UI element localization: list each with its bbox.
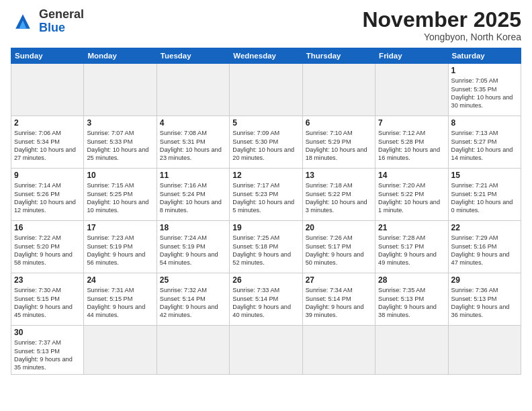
day-info: Sunrise: 7:14 AM Sunset: 5:26 PM Dayligh… — [14, 181, 81, 215]
table-row: 9Sunrise: 7:14 AM Sunset: 5:26 PM Daylig… — [11, 169, 84, 221]
day-info: Sunrise: 7:17 AM Sunset: 5:23 PM Dayligh… — [232, 181, 299, 215]
header-thursday: Thursday — [302, 48, 375, 64]
day-info: Sunrise: 7:08 AM Sunset: 5:31 PM Dayligh… — [160, 129, 226, 163]
day-info: Sunrise: 7:10 AM Sunset: 5:29 PM Dayligh… — [306, 129, 372, 163]
calendar-row: 23Sunrise: 7:30 AM Sunset: 5:15 PM Dayli… — [11, 273, 521, 326]
table-row: 14Sunrise: 7:20 AM Sunset: 5:22 PM Dayli… — [375, 169, 448, 221]
day-number: 3 — [87, 118, 153, 128]
table-row: 6Sunrise: 7:10 AM Sunset: 5:29 PM Daylig… — [302, 116, 375, 169]
table-row: 10Sunrise: 7:15 AM Sunset: 5:25 PM Dayli… — [84, 169, 157, 221]
weekday-header-row: Sunday Monday Tuesday Wednesday Thursday… — [11, 48, 521, 64]
table-row: 12Sunrise: 7:17 AM Sunset: 5:23 PM Dayli… — [230, 169, 302, 221]
table-row — [84, 64, 157, 116]
day-number: 8 — [451, 118, 518, 128]
day-info: Sunrise: 7:32 AM Sunset: 5:14 PM Dayligh… — [160, 286, 226, 320]
table-row: 11Sunrise: 7:16 AM Sunset: 5:24 PM Dayli… — [157, 169, 229, 221]
day-number: 29 — [451, 275, 518, 285]
table-row: 29Sunrise: 7:36 AM Sunset: 5:13 PM Dayli… — [448, 273, 521, 326]
day-number: 15 — [451, 171, 518, 180]
calendar-row: 1Sunrise: 7:05 AM Sunset: 5:35 PM Daylig… — [11, 64, 521, 116]
table-row: 27Sunrise: 7:34 AM Sunset: 5:14 PM Dayli… — [302, 273, 375, 326]
day-number: 9 — [14, 171, 81, 180]
day-number: 16 — [14, 223, 81, 232]
table-row — [302, 326, 375, 375]
day-number: 13 — [306, 171, 372, 180]
table-row — [84, 326, 157, 375]
table-row: 8Sunrise: 7:13 AM Sunset: 5:27 PM Daylig… — [448, 116, 521, 169]
table-row: 19Sunrise: 7:25 AM Sunset: 5:18 PM Dayli… — [230, 221, 302, 273]
calendar: Sunday Monday Tuesday Wednesday Thursday… — [11, 48, 521, 375]
day-info: Sunrise: 7:31 AM Sunset: 5:15 PM Dayligh… — [87, 286, 153, 320]
day-info: Sunrise: 7:06 AM Sunset: 5:34 PM Dayligh… — [14, 129, 81, 163]
table-row — [157, 326, 229, 375]
day-number: 23 — [14, 275, 81, 285]
page: General Blue November 2025 Yongbyon, Nor… — [0, 0, 532, 381]
table-row: 5Sunrise: 7:09 AM Sunset: 5:30 PM Daylig… — [230, 116, 302, 169]
header-tuesday: Tuesday — [157, 48, 229, 64]
day-info: Sunrise: 7:07 AM Sunset: 5:33 PM Dayligh… — [87, 129, 153, 163]
day-number: 6 — [306, 118, 372, 128]
day-info: Sunrise: 7:35 AM Sunset: 5:13 PM Dayligh… — [378, 286, 445, 320]
calendar-row: 16Sunrise: 7:22 AM Sunset: 5:20 PM Dayli… — [11, 221, 521, 273]
day-info: Sunrise: 7:34 AM Sunset: 5:14 PM Dayligh… — [306, 286, 372, 320]
day-info: Sunrise: 7:36 AM Sunset: 5:13 PM Dayligh… — [451, 286, 518, 320]
table-row — [230, 326, 302, 375]
calendar-row: 2Sunrise: 7:06 AM Sunset: 5:34 PM Daylig… — [11, 116, 521, 169]
day-number: 26 — [232, 275, 299, 285]
header-sunday: Sunday — [11, 48, 84, 64]
day-number: 10 — [87, 171, 153, 180]
table-row: 13Sunrise: 7:18 AM Sunset: 5:22 PM Dayli… — [302, 169, 375, 221]
day-number: 17 — [87, 223, 153, 232]
table-row: 2Sunrise: 7:06 AM Sunset: 5:34 PM Daylig… — [11, 116, 84, 169]
table-row — [302, 64, 375, 116]
table-row: 16Sunrise: 7:22 AM Sunset: 5:20 PM Dayli… — [11, 221, 84, 273]
table-row — [448, 326, 521, 375]
day-info: Sunrise: 7:13 AM Sunset: 5:27 PM Dayligh… — [451, 129, 518, 163]
logo-general: General — [39, 7, 84, 21]
table-row — [11, 64, 84, 116]
day-info: Sunrise: 7:12 AM Sunset: 5:28 PM Dayligh… — [378, 129, 445, 163]
day-info: Sunrise: 7:30 AM Sunset: 5:15 PM Dayligh… — [14, 286, 81, 320]
logo-blue: Blue — [39, 21, 65, 34]
day-number: 12 — [232, 171, 299, 180]
calendar-row: 9Sunrise: 7:14 AM Sunset: 5:26 PM Daylig… — [11, 169, 521, 221]
day-number: 14 — [378, 171, 445, 180]
day-number: 28 — [378, 275, 445, 285]
table-row: 17Sunrise: 7:23 AM Sunset: 5:19 PM Dayli… — [84, 221, 157, 273]
day-info: Sunrise: 7:24 AM Sunset: 5:19 PM Dayligh… — [160, 234, 226, 267]
day-info: Sunrise: 7:25 AM Sunset: 5:18 PM Dayligh… — [232, 234, 299, 267]
table-row: 1Sunrise: 7:05 AM Sunset: 5:35 PM Daylig… — [448, 64, 521, 116]
day-info: Sunrise: 7:15 AM Sunset: 5:25 PM Dayligh… — [87, 181, 153, 215]
day-info: Sunrise: 7:18 AM Sunset: 5:22 PM Dayligh… — [306, 181, 372, 215]
calendar-row: 30Sunrise: 7:37 AM Sunset: 5:13 PM Dayli… — [11, 326, 521, 375]
table-row: 15Sunrise: 7:21 AM Sunset: 5:21 PM Dayli… — [448, 169, 521, 221]
table-row — [375, 64, 448, 116]
day-number: 4 — [160, 118, 226, 128]
table-row: 23Sunrise: 7:30 AM Sunset: 5:15 PM Dayli… — [11, 273, 84, 326]
day-number: 7 — [378, 118, 445, 128]
day-number: 2 — [14, 118, 81, 128]
day-info: Sunrise: 7:26 AM Sunset: 5:17 PM Dayligh… — [306, 234, 372, 267]
day-number: 25 — [160, 275, 226, 285]
day-info: Sunrise: 7:20 AM Sunset: 5:22 PM Dayligh… — [378, 181, 445, 215]
logo-icon — [11, 9, 35, 34]
day-number: 19 — [232, 223, 299, 232]
table-row: 25Sunrise: 7:32 AM Sunset: 5:14 PM Dayli… — [157, 273, 229, 326]
day-number: 22 — [451, 223, 518, 232]
logo: General Blue — [11, 8, 84, 35]
day-number: 11 — [160, 171, 226, 180]
day-number: 24 — [87, 275, 153, 285]
day-info: Sunrise: 7:28 AM Sunset: 5:17 PM Dayligh… — [378, 234, 445, 267]
day-info: Sunrise: 7:16 AM Sunset: 5:24 PM Dayligh… — [160, 181, 226, 215]
day-number: 1 — [451, 66, 518, 75]
day-number: 30 — [14, 328, 81, 337]
logo-text: General Blue — [39, 8, 84, 35]
day-number: 20 — [306, 223, 372, 232]
day-info: Sunrise: 7:05 AM Sunset: 5:35 PM Dayligh… — [451, 77, 518, 110]
table-row — [375, 326, 448, 375]
location-subtitle: Yongbyon, North Korea — [362, 32, 521, 42]
table-row — [157, 64, 229, 116]
day-number: 21 — [378, 223, 445, 232]
table-row: 24Sunrise: 7:31 AM Sunset: 5:15 PM Dayli… — [84, 273, 157, 326]
table-row: 3Sunrise: 7:07 AM Sunset: 5:33 PM Daylig… — [84, 116, 157, 169]
